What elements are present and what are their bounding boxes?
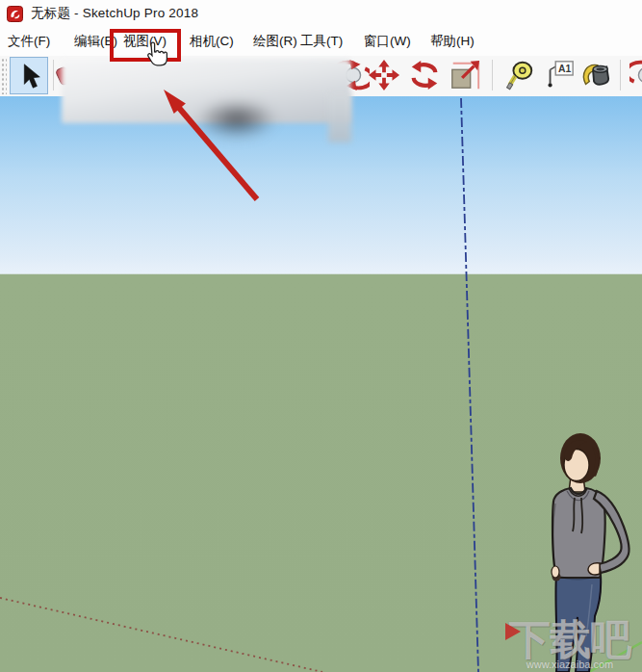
menu-item-window[interactable]: 窗口(W) bbox=[362, 27, 413, 56]
move-tool-button[interactable] bbox=[367, 58, 401, 92]
menu-item-draw[interactable]: 绘图(R) bbox=[251, 27, 299, 56]
sketchup-window: 无标题 - SketchUp Pro 2018 文件(F) 编辑(E) 视图(V… bbox=[0, 0, 642, 672]
blurred-dropdown-edge bbox=[328, 92, 351, 142]
watermark: 下载吧 www.xiazaiba.com bbox=[500, 617, 640, 670]
rotate-icon bbox=[408, 59, 441, 91]
sketchup-logo-icon bbox=[7, 6, 23, 22]
menu-item-file[interactable]: 文件(F) bbox=[6, 27, 52, 56]
menu-item-help[interactable]: 帮助(H) bbox=[428, 27, 476, 56]
scale-tool-button[interactable] bbox=[448, 58, 482, 92]
text-tool-glyph: A1 bbox=[558, 64, 571, 74]
paint-bucket-tool-button[interactable] bbox=[578, 58, 612, 92]
red-axis-dotted-line bbox=[0, 598, 322, 672]
blue-axis-line bbox=[461, 98, 478, 672]
window-title: 无标题 - SketchUp Pro 2018 bbox=[31, 5, 198, 22]
blurred-dropdown-menu bbox=[62, 59, 350, 123]
menu-item-camera[interactable]: 相机(C) bbox=[188, 27, 236, 56]
menu-item-view[interactable]: 视图(V) bbox=[121, 27, 168, 56]
select-tool-button[interactable] bbox=[10, 57, 48, 94]
rotate-tool-button[interactable] bbox=[407, 58, 442, 92]
paint-bucket-icon bbox=[578, 59, 611, 91]
toolbar-separator bbox=[492, 60, 493, 90]
text-tool-button[interactable]: A1 bbox=[542, 58, 577, 92]
orbit-icon bbox=[629, 59, 642, 91]
scale-icon bbox=[449, 59, 481, 91]
select-cursor-icon bbox=[13, 60, 45, 92]
menu-item-edit[interactable]: 编辑(E) bbox=[72, 27, 119, 56]
orbit-tool-button-2[interactable] bbox=[629, 58, 642, 92]
title-bar: 无标题 - SketchUp Pro 2018 bbox=[0, 0, 642, 28]
toolbar-grip[interactable] bbox=[1, 58, 7, 94]
watermark-logo-icon bbox=[505, 623, 521, 640]
blurred-icon-blob bbox=[196, 99, 277, 140]
toolbar-separator bbox=[620, 60, 621, 90]
tape-measure-tool-button[interactable] bbox=[502, 58, 537, 92]
menu-item-tools[interactable]: 工具(T) bbox=[298, 27, 345, 56]
menu-bar: 文件(F) 编辑(E) 视图(V) 相机(C) 绘图(R) 工具(T) 窗口(W… bbox=[0, 27, 642, 56]
move-icon bbox=[368, 59, 400, 91]
tape-measure-icon bbox=[503, 59, 536, 91]
text-tool-icon: A1 bbox=[543, 59, 576, 91]
